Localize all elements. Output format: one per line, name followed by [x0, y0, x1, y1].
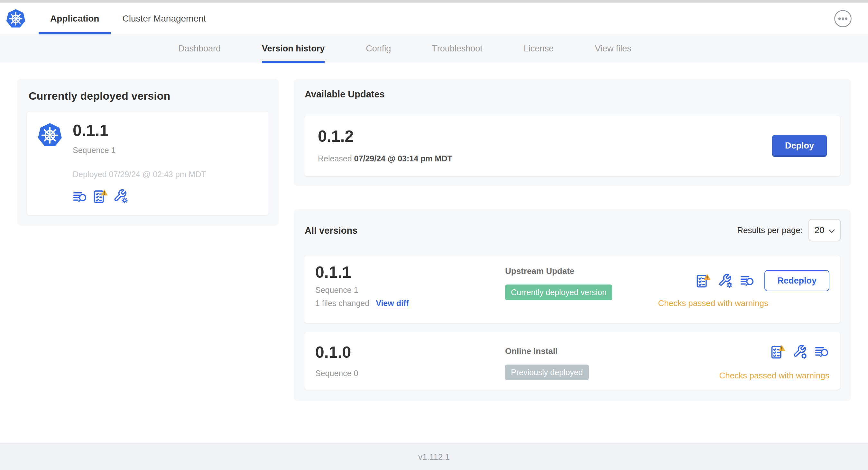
results-per-page-select[interactable]: 20 [808, 219, 841, 241]
app-footer: v1.112.1 [0, 443, 868, 470]
actions-row: Redeploy [695, 270, 829, 291]
version-row-0-1-0: 0.1.0 Sequence 0 Online Install Previous… [304, 332, 841, 390]
deploy-logs-icon[interactable] [815, 345, 829, 359]
ellipsis-icon [834, 24, 852, 29]
version-row-source: Online Install Previously deployed [505, 344, 719, 380]
right-column: Available Updates 0.1.2 Released 07/29/2… [294, 79, 851, 401]
results-per-page-value: 20 [814, 225, 824, 235]
currently-deployed-title: Currently deployed version [29, 90, 269, 102]
results-per-page-label: Results per page: [737, 225, 803, 235]
redeploy-button[interactable]: Redeploy [765, 270, 829, 291]
status-badge: Previously deployed [505, 365, 589, 380]
row-source-label: Online Install [505, 344, 719, 356]
released-label: Released [318, 154, 352, 163]
all-versions-title: All versions [305, 225, 358, 236]
edit-config-icon[interactable] [113, 189, 128, 203]
console-version: v1.112.1 [418, 452, 450, 462]
released-date: 07/29/24 @ 03:14 pm MDT [354, 154, 452, 163]
available-updates-title: Available Updates [305, 89, 841, 100]
update-version-number: 0.1.2 [318, 128, 452, 144]
subnav-item-view-files[interactable]: View files [590, 34, 637, 63]
preflight-checks-warning-icon[interactable] [770, 344, 786, 359]
update-released-line: Released 07/29/24 @ 03:14 pm MDT [318, 154, 452, 163]
subnav-item-dashboard[interactable]: Dashboard [173, 34, 226, 63]
subnav-label: Dashboard [178, 44, 221, 54]
available-updates-section: Available Updates 0.1.2 Released 07/29/2… [294, 79, 851, 186]
results-per-page: Results per page: 20 [737, 219, 841, 241]
row-sequence: Sequence 0 [315, 369, 505, 378]
subnav-item-config[interactable]: Config [361, 34, 396, 63]
row-sequence: Sequence 1 [315, 286, 505, 295]
preflight-checks-warning-icon[interactable] [695, 273, 711, 288]
tab-application-label: Application [50, 13, 99, 24]
edit-config-icon[interactable] [718, 273, 733, 288]
version-row-info: 0.1.0 Sequence 0 [315, 344, 505, 378]
currently-deployed-details: 0.1.1 Sequence 1 Deployed 07/29/24 @ 02:… [73, 123, 206, 203]
edit-config-icon[interactable] [793, 344, 808, 359]
app-header: Application Cluster Management [0, 3, 868, 34]
admin-console: Application Cluster Management Dashboa [0, 0, 868, 470]
warning-triangle-icon [778, 345, 785, 351]
warning-triangle-icon [704, 274, 711, 280]
view-diff-link[interactable]: View diff [376, 299, 409, 308]
subnav-item-troubleshoot[interactable]: Troubleshoot [427, 34, 488, 63]
preflight-checks-warning-icon[interactable] [93, 189, 108, 203]
kubernetes-logo-icon [6, 9, 26, 29]
currently-deployed-card: 0.1.1 Sequence 1 Deployed 07/29/24 @ 02:… [27, 111, 269, 215]
preflight-status-text: Checks passed with warnings [719, 371, 830, 381]
current-sequence: Sequence 1 [73, 146, 206, 155]
tab-cluster-management-label: Cluster Management [122, 13, 206, 24]
deploy-logs-icon[interactable] [740, 274, 755, 288]
tab-cluster-management[interactable]: Cluster Management [111, 3, 217, 34]
version-row-info: 0.1.1 Sequence 1 1 files changed View di… [315, 264, 505, 308]
deploy-logs-icon[interactable] [73, 190, 88, 203]
subnav-label: License [524, 44, 554, 54]
all-versions-section: All versions Results per page: 20 [294, 209, 851, 401]
tab-application[interactable]: Application [39, 3, 111, 34]
currently-deployed-section: Currently deployed version [17, 79, 279, 226]
status-badge: Currently deployed version [505, 284, 612, 300]
row-files-changed-line: 1 files changed View diff [315, 299, 505, 308]
window-top-edge [0, 0, 868, 3]
actions-row [770, 344, 829, 359]
warning-triangle-icon [101, 189, 108, 196]
current-version-number: 0.1.1 [73, 123, 206, 139]
update-details: 0.1.2 Released 07/29/24 @ 03:14 pm MDT [318, 128, 452, 163]
preflight-status-text: Checks passed with warnings [658, 298, 769, 308]
available-update-card: 0.1.2 Released 07/29/24 @ 03:14 pm MDT D… [304, 115, 841, 176]
version-row-source: Upstream Update Currently deployed versi… [505, 264, 658, 300]
row-version-number: 0.1.1 [315, 264, 505, 280]
subnav-item-license[interactable]: License [519, 34, 559, 63]
subnav-label: Troubleshoot [432, 44, 483, 54]
subnav-label: View files [595, 44, 631, 54]
header-tabs: Application Cluster Management [39, 3, 217, 34]
subnav-label: Config [366, 44, 391, 54]
subnav-label: Version history [262, 44, 324, 54]
overflow-menu-button[interactable] [834, 10, 852, 28]
all-versions-header: All versions Results per page: 20 [304, 219, 841, 241]
files-changed-label: 1 files changed [315, 299, 369, 308]
current-version-actions [73, 189, 206, 203]
version-row-actions: Redeploy Checks passed with warnings [658, 270, 830, 308]
app-icon-kubernetes [37, 123, 62, 147]
row-version-number: 0.1.0 [315, 344, 505, 360]
row-source-label: Upstream Update [505, 264, 658, 276]
version-row-0-1-1: 0.1.1 Sequence 1 1 files changed View di… [304, 255, 841, 324]
app-subnav: Dashboard Version history Config Trouble… [0, 34, 868, 63]
current-deployed-timestamp: Deployed 07/29/24 @ 02:43 pm MDT [73, 170, 206, 179]
version-row-actions: Checks passed with warnings [719, 344, 830, 381]
subnav-item-version-history[interactable]: Version history [257, 34, 330, 63]
deploy-button[interactable]: Deploy [772, 135, 827, 157]
main-content: Currently deployed version [0, 63, 868, 443]
chevron-down-icon [829, 225, 835, 235]
